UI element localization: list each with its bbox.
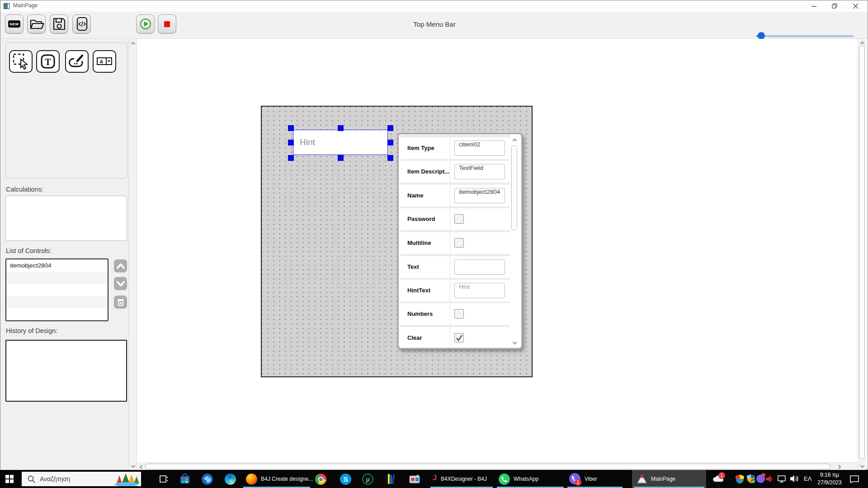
scrollbar-thumb[interactable] — [145, 464, 830, 469]
taskbar-app-whatsapp[interactable]: WhatsApp — [496, 470, 565, 488]
numbers-checkbox[interactable] — [454, 309, 464, 319]
edge-button[interactable] — [225, 474, 236, 485]
minimize-icon — [811, 4, 816, 9]
network-tray-icon[interactable] — [778, 475, 788, 485]
controls-listbox[interactable]: itemobject2804 — [5, 258, 108, 321]
text-tool-button[interactable]: T — [36, 50, 60, 73]
select-tool-button[interactable] — [9, 50, 33, 73]
scroll-down-arrow[interactable] — [129, 462, 137, 469]
combobox-icon: a — [95, 52, 114, 71]
selection-handle-nw[interactable] — [288, 125, 294, 131]
skype-icon: S — [343, 475, 348, 483]
main-horizontal-scrollbar[interactable] — [137, 462, 858, 470]
canvas-textfield[interactable]: Hint — [293, 130, 388, 155]
item-type-input[interactable]: citem02 — [454, 141, 505, 156]
list-item[interactable]: itemobject2804 — [6, 259, 108, 272]
scroll-left-arrow[interactable] — [138, 463, 145, 470]
text-input[interactable] — [454, 259, 505, 275]
selection-handle-n[interactable] — [338, 125, 344, 131]
microsoft-store-button[interactable] — [179, 474, 190, 486]
list-row-empty[interactable] — [6, 296, 108, 308]
multiline-checkbox[interactable] — [454, 238, 464, 248]
viber-badge: 1 — [575, 479, 581, 486]
property-label: Item Descript... — [407, 168, 449, 175]
utorrent-button[interactable]: µ — [362, 474, 373, 485]
avg-tray-icon[interactable] — [736, 474, 744, 486]
task-view-button[interactable] — [159, 475, 168, 485]
close-button[interactable] — [848, 0, 863, 11]
firefox-icon — [246, 474, 257, 485]
taskbar-app-mainpage[interactable]: MainPage — [632, 470, 706, 488]
clear-checkbox[interactable] — [454, 333, 464, 343]
sidebar-scrollbar[interactable] — [129, 39, 137, 470]
property-row-clear: Clear — [400, 327, 510, 349]
svg-text:T: T — [45, 57, 51, 67]
taskbar-app-label: WhatsApp — [514, 476, 538, 482]
select-cursor-icon — [11, 52, 30, 71]
clock[interactable]: 9:16 πμ 27/9/2023 — [813, 471, 846, 487]
list-of-controls-label: List of Controls: — [6, 247, 52, 254]
scrollbar-thumb[interactable] — [511, 145, 517, 231]
notification-icon — [850, 475, 859, 483]
selection-handle-se[interactable] — [387, 155, 393, 161]
list-row-empty[interactable] — [6, 284, 108, 296]
edit-tool-button[interactable] — [65, 50, 89, 73]
main-vertical-scrollbar[interactable] — [858, 39, 866, 470]
slider-track[interactable] — [756, 35, 854, 37]
property-label: Password — [407, 216, 435, 222]
property-row-item-type: Item Type citem02 — [400, 137, 510, 159]
recorder-tray-icon[interactable] — [766, 475, 774, 485]
capture-tool-button[interactable] — [409, 474, 420, 486]
chrome-button[interactable] — [315, 474, 326, 485]
taskbar-search[interactable]: Αναζήτηση — [22, 472, 141, 486]
scroll-down-arrow[interactable] — [511, 338, 518, 346]
pencil-edit-icon — [67, 52, 86, 71]
list-row-empty[interactable] — [6, 272, 108, 284]
scroll-up-arrow[interactable] — [129, 40, 137, 47]
name-input[interactable]: itemobject2804 — [454, 188, 505, 203]
move-down-button[interactable] — [114, 277, 127, 290]
language-indicator[interactable]: ΕΛ — [804, 475, 811, 482]
combobox-tool-button[interactable]: a — [93, 50, 116, 73]
delete-control-button[interactable] — [114, 296, 127, 309]
security-shield-tray-icon[interactable] — [747, 474, 756, 486]
calculations-textarea[interactable] — [5, 196, 127, 241]
property-row-numbers: Numbers — [400, 303, 510, 325]
viber-tray-icon[interactable] — [756, 474, 765, 483]
left-sidebar: T a Calculations: — [0, 39, 129, 470]
scroll-right-arrow[interactable] — [835, 463, 842, 470]
svg-text:a: a — [100, 58, 103, 65]
item-description-input[interactable]: TextField — [454, 164, 505, 179]
scrollbar-thumb[interactable] — [859, 45, 865, 459]
taskbar-app-firefox[interactable]: B4J Create designe... — [241, 470, 312, 488]
history-textarea[interactable] — [5, 340, 127, 402]
library-app-button[interactable] — [385, 474, 396, 486]
start-button[interactable] — [5, 475, 14, 485]
restore-button[interactable] — [827, 0, 842, 11]
hinttext-input[interactable]: Hint — [454, 283, 505, 298]
list-row-empty[interactable] — [6, 308, 108, 320]
scroll-up-arrow[interactable] — [511, 137, 518, 144]
properties-scrollbar[interactable] — [511, 136, 518, 346]
move-up-button[interactable] — [114, 259, 127, 272]
capture-tool-icon — [409, 474, 420, 484]
property-row-item-description: Item Descript... TextField — [400, 161, 510, 183]
minimize-button[interactable] — [806, 0, 821, 11]
selection-handle-w[interactable] — [288, 140, 294, 145]
history-label: History of Design: — [6, 327, 57, 334]
skype-button[interactable]: S — [340, 474, 351, 485]
java-app-icon — [637, 474, 647, 484]
slider-thumb[interactable] — [758, 32, 765, 39]
scroll-down-arrow[interactable] — [859, 462, 866, 469]
password-checkbox[interactable] — [454, 214, 464, 224]
notification-center-button[interactable] — [850, 475, 859, 485]
selection-handle-ne[interactable] — [387, 125, 393, 131]
selection-handle-s[interactable] — [338, 155, 344, 161]
volume-tray-icon[interactable] — [790, 474, 800, 485]
selection-handle-sw[interactable] — [288, 155, 294, 161]
taskbar-app-b4xdesigner[interactable]: J B4XDesigner - B4J — [429, 470, 494, 488]
cloud-tray-icon[interactable]: 1 — [712, 474, 724, 485]
thunderbird-button[interactable] — [202, 474, 213, 485]
taskbar-app-viber[interactable]: 1 Viber — [566, 470, 623, 488]
selection-handle-e[interactable] — [387, 140, 393, 145]
